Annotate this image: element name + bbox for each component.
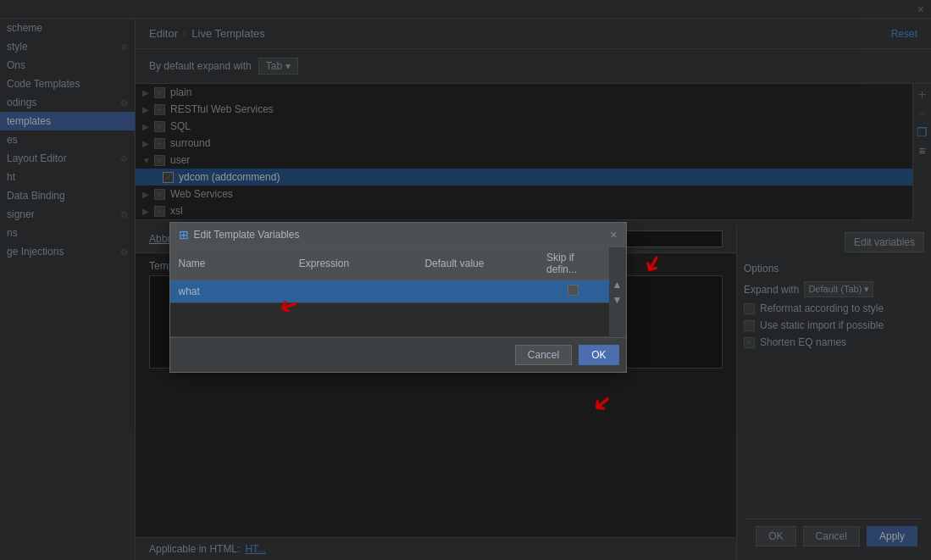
modal-footer: Cancel OK [170,337,626,372]
row-default-value-cell [416,280,538,302]
table-row-empty [170,302,609,336]
modal-ok-button[interactable]: OK [579,345,618,365]
row-default-value-input[interactable] [424,286,529,297]
edit-template-variables-modal: ⊞ Edit Template Variables × Name Express… [169,222,627,373]
row-expression-input[interactable] [299,286,408,297]
modal-icon: ⊞ [179,228,189,241]
table-row[interactable] [170,280,609,302]
modal-content: Name Expression Default value Skip if de… [170,247,626,337]
modal-table-container: Name Expression Default value Skip if de… [170,247,609,337]
row-expression-cell [291,280,417,302]
modal-nav: ▲ ▼ [609,247,626,337]
modal-cancel-button[interactable]: Cancel [515,345,572,365]
col-default-value: Default value [416,247,538,280]
modal-header: ⊞ Edit Template Variables × [170,223,626,247]
skip-checkbox[interactable] [568,285,579,296]
modal-close-button[interactable]: × [610,228,617,241]
modal-overlay: ⊞ Edit Template Variables × Name Express… [0,0,931,560]
variables-table: Name Expression Default value Skip if de… [170,247,609,337]
col-skip-if-defined: Skip if defin... [538,247,609,280]
nav-up-button[interactable]: ▲ [612,279,623,291]
row-name-cell [170,280,291,302]
modal-title: ⊞ Edit Template Variables [179,228,300,241]
col-expression: Expression [291,247,417,280]
row-name-input[interactable] [179,286,282,297]
col-name: Name [170,247,291,280]
nav-down-button[interactable]: ▼ [612,294,623,306]
row-skip-cell [538,280,609,302]
